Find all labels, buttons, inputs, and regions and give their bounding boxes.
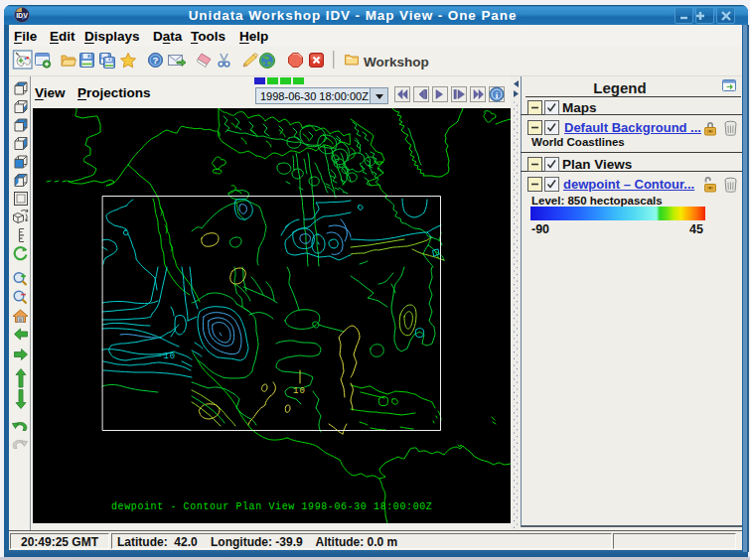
svg-text:10: 10 <box>293 386 306 396</box>
svg-text:dewpoint - Contour Plan View 1: dewpoint - Contour Plan View 1998-06-30 … <box>111 501 432 512</box>
svg-text:?: ? <box>153 55 159 66</box>
svg-text:IDV: IDV <box>16 12 28 19</box>
svg-text:-10: -10 <box>157 351 176 361</box>
svg-text:Workshop: Workshop <box>364 55 429 70</box>
